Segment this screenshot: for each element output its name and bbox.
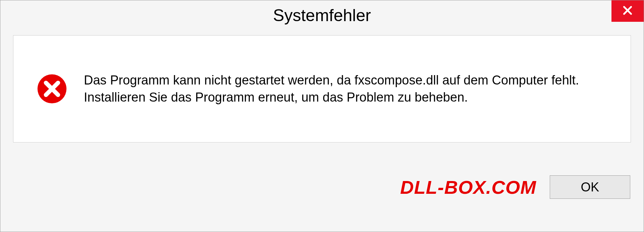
dialog-title: Systemfehler [273, 6, 371, 25]
titlebar: Systemfehler [0, 0, 644, 31]
close-button[interactable] [611, 0, 644, 22]
error-icon [37, 74, 67, 104]
watermark-text: DLL-BOX.COM [14, 176, 536, 198]
close-icon [622, 4, 634, 18]
error-message: Das Programm kann nicht gestartet werden… [84, 72, 610, 106]
error-dialog: Systemfehler Das Programm kann nicht ges… [0, 0, 644, 232]
dialog-footer: DLL-BOX.COM OK [0, 142, 644, 232]
ok-button[interactable]: OK [550, 175, 630, 199]
content-area: Das Programm kann nicht gestartet werden… [13, 35, 631, 142]
